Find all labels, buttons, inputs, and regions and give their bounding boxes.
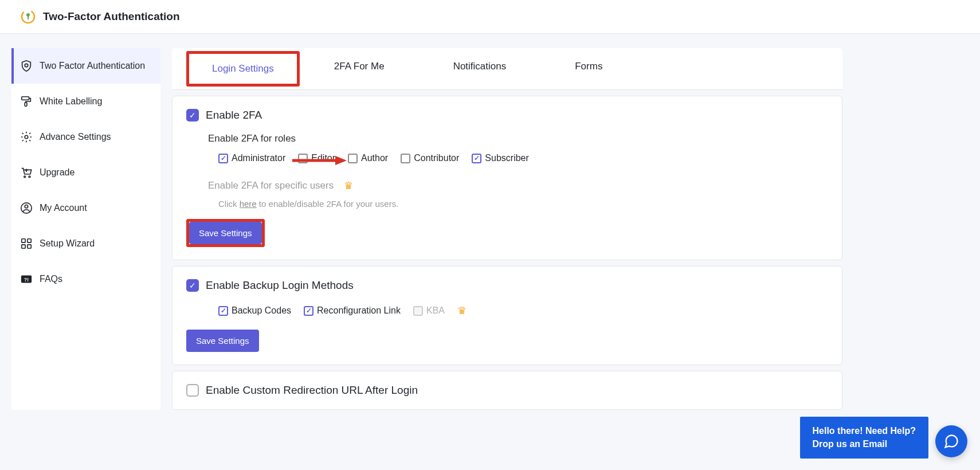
save-settings-button[interactable]: Save Settings	[186, 330, 259, 352]
enable-custom-redirection-checkbox[interactable]	[186, 384, 199, 397]
role-subscriber[interactable]: Subscriber	[472, 153, 528, 163]
sidebar-item-upgrade[interactable]: Upgrade	[11, 155, 160, 190]
tab-login-settings[interactable]: Login Settings	[186, 51, 300, 87]
sidebar-item-two-factor-auth[interactable]: Two Factor Authentication	[11, 48, 160, 84]
option-reconfiguration-link[interactable]: Reconfiguration Link	[304, 306, 401, 316]
user-circle-icon	[20, 202, 33, 214]
option-backup-codes[interactable]: Backup Codes	[218, 306, 291, 316]
app-header: Two-Factor Authentication	[0, 0, 980, 34]
checkbox-icon	[401, 154, 410, 163]
custom-redirection-card: Enable Custom Redirection URL After Logi…	[172, 371, 842, 410]
svg-rect-2	[28, 16, 29, 19]
role-administrator[interactable]: Administrator	[218, 153, 285, 163]
checkbox-icon	[348, 154, 358, 163]
svg-rect-4	[22, 97, 29, 100]
svg-marker-18	[335, 156, 347, 165]
svg-point-6	[25, 135, 28, 139]
enable-2fa-title: Enable 2FA	[206, 109, 262, 122]
checkbox-icon	[218, 306, 228, 316]
svg-rect-12	[28, 239, 31, 242]
sidebar-item-advance-settings[interactable]: Advance Settings	[11, 119, 160, 155]
checkbox-icon	[413, 306, 423, 316]
grid-icon	[20, 237, 33, 250]
sidebar-item-setup-wizard[interactable]: Setup Wizard	[11, 226, 160, 261]
sidebar-item-label: Advance Settings	[40, 132, 111, 142]
shield-icon	[20, 60, 33, 72]
role-contributor[interactable]: Contributor	[401, 153, 459, 163]
svg-rect-11	[22, 239, 25, 242]
app-title: Two-Factor Authentication	[43, 10, 180, 23]
paint-roller-icon	[20, 95, 33, 108]
svg-text:?!: ?!	[24, 277, 29, 283]
enable-custom-redirection-title: Enable Custom Redirection URL After Logi…	[206, 384, 418, 397]
sidebar-item-white-labelling[interactable]: White Labelling	[11, 84, 160, 119]
sidebar: Two Factor Authentication White Labellin…	[11, 48, 160, 410]
svg-rect-14	[28, 245, 31, 248]
svg-point-10	[25, 205, 28, 209]
option-kba: KBA	[413, 306, 445, 316]
app-logo-icon	[20, 9, 36, 25]
backup-login-card: ✓ Enable Backup Login Methods Backup Cod…	[172, 266, 842, 365]
sidebar-item-label: Upgrade	[40, 167, 75, 178]
sidebar-item-label: Two Factor Authentication	[40, 61, 145, 71]
enable-2fa-card: ✓ Enable 2FA Enable 2FA for roles Admini…	[172, 96, 842, 260]
check-icon: ✓	[189, 281, 196, 290]
sidebar-item-label: White Labelling	[40, 96, 102, 107]
checkbox-icon	[218, 154, 228, 163]
checkbox-icon	[472, 154, 481, 163]
arrow-annotation-icon	[292, 155, 347, 166]
checkbox-icon	[304, 306, 313, 316]
save-settings-button[interactable]: Save Settings	[189, 222, 262, 244]
enable-2fa-checkbox[interactable]: ✓	[186, 109, 199, 122]
svg-point-3	[25, 64, 28, 67]
gear-icon	[20, 131, 33, 143]
check-icon: ✓	[189, 111, 196, 120]
enable-backup-checkbox[interactable]: ✓	[186, 279, 199, 292]
tab-notifications[interactable]: Notifications	[419, 48, 541, 89]
specific-users-sub: Click here to enable/disable 2FA for you…	[208, 199, 828, 209]
svg-point-7	[24, 176, 26, 178]
sidebar-item-label: FAQs	[40, 274, 62, 284]
svg-point-8	[29, 176, 30, 178]
faq-icon: ?!	[20, 273, 33, 285]
tab-2fa-for-me[interactable]: 2FA For Me	[300, 48, 419, 89]
sidebar-item-faqs[interactable]: ?! FAQs	[11, 261, 160, 297]
sidebar-item-label: My Account	[40, 203, 87, 213]
sidebar-item-my-account[interactable]: My Account	[11, 190, 160, 226]
enable-backup-title: Enable Backup Login Methods	[206, 279, 354, 292]
role-author[interactable]: Author	[348, 153, 388, 163]
specific-users-title: Enable 2FA for specific users	[208, 180, 334, 191]
enable-2fa-roles-title: Enable 2FA for roles	[208, 133, 828, 144]
tabs: Login Settings 2FA For Me Notifications …	[172, 48, 842, 90]
tab-forms[interactable]: Forms	[540, 48, 637, 89]
sidebar-item-label: Setup Wizard	[40, 238, 95, 249]
svg-rect-5	[25, 103, 27, 106]
crown-icon: ♛	[344, 179, 353, 192]
cart-icon	[20, 166, 33, 179]
svg-rect-13	[22, 245, 25, 248]
here-link[interactable]: here	[240, 199, 257, 209]
crown-icon: ♛	[457, 304, 467, 317]
